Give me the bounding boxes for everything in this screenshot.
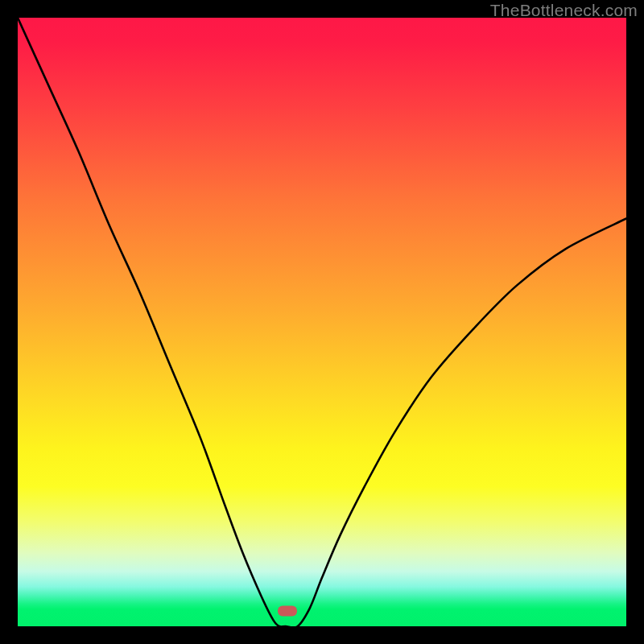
plot-area [18,18,626,626]
watermark-text: TheBottleneck.com [490,1,638,20]
chart-frame: TheBottleneck.com [0,0,644,644]
optimum-marker [278,606,297,617]
bottleneck-curve [18,18,626,626]
